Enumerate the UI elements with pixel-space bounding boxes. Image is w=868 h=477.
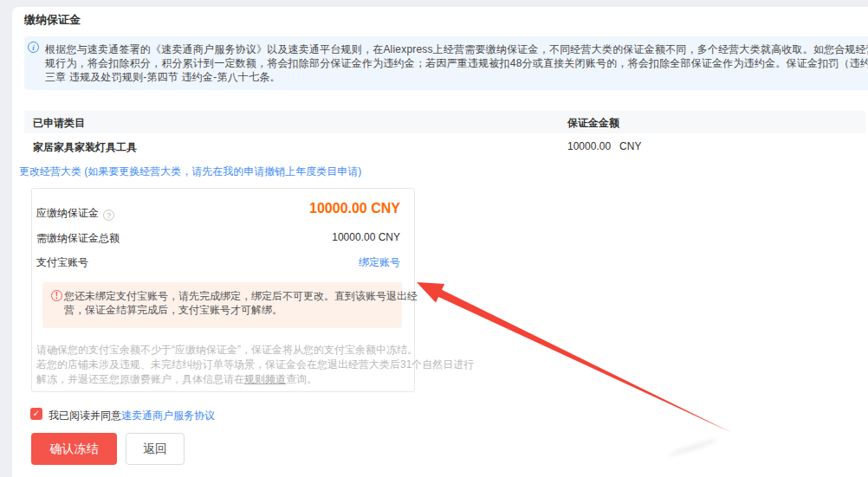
category-cell: 家居家具家装灯具工具: [33, 140, 137, 155]
total-deposit-amount: 10000.00 CNY: [332, 231, 400, 243]
agreement-text: 我已阅读并同意: [49, 409, 121, 423]
deposit-panel: 应缴纳保证金? 10000.00 CNY 需缴纳保证金总额 10000.00 C…: [31, 188, 415, 392]
notice-line: 根据您与速卖通签署的《速卖通商户服务协议》以及速卖通平台规则，在Aliexpre…: [45, 42, 868, 57]
warning-text: 您还未绑定支付宝账号，请先完成绑定，绑定后不可更改。直到该账号退出经: [64, 289, 418, 304]
confirm-freeze-button[interactable]: 确认冻结: [31, 433, 117, 465]
payable-deposit-label: 应缴纳保证金?: [36, 206, 114, 221]
notice-line: 规行为，将会扣除积分，积分累计到一定数额，将会扣除部分保证金作为违约金；若因严重…: [45, 56, 868, 71]
warning-text: 营，保证金结算完成后，支付宝账号才可解绑。: [64, 303, 282, 318]
deposit-note: 请确保您的支付宝余额不少于“应缴纳保证金”，保证金将从您的支付宝余额中冻结。: [36, 343, 418, 358]
page: 缴纳保证金 i 根据您与速卖通签署的《速卖通商户服务协议》以及速卖通平台规则，在…: [0, 0, 868, 477]
rules-channel-link[interactable]: 规则频道: [244, 373, 286, 385]
column-header-category: 已申请类目: [33, 116, 85, 131]
deposit-note: 若您的店铺未涉及违规、未完结纠纷订单等场景，保证金会在您退出经营大类后31个自然…: [36, 358, 474, 372]
amount-value: 10000.00: [567, 140, 611, 152]
amount-cell: 10000.00CNY: [567, 140, 641, 152]
change-category-link[interactable]: 更改经营大类 (如果要更换经营大类，请先在我的申请撤销上年度类目申请): [19, 164, 361, 179]
payable-deposit-amount: 10000.00 CNY: [309, 201, 400, 216]
bind-account-link[interactable]: 绑定账号: [359, 255, 400, 270]
table-header-row: 已申请类目 保证金金额: [24, 111, 865, 133]
info-icon: i: [28, 42, 39, 53]
alipay-account-label: 支付宝账号: [36, 255, 88, 270]
table-row: 家居家具家装灯具工具 10000.00CNY: [24, 133, 865, 158]
column-header-amount: 保证金金额: [567, 116, 619, 131]
back-button[interactable]: 返回: [126, 433, 185, 465]
agreement-checkbox[interactable]: ✓: [30, 408, 42, 420]
currency-label: CNY: [619, 140, 641, 152]
merchant-agreement-link[interactable]: 速卖通商户服务协议: [121, 409, 215, 423]
warning-icon: !: [51, 290, 62, 301]
deposit-note: 解冻，并退还至您原缴费账户，具体信息请在规则频道查询。: [36, 372, 317, 387]
page-title: 缴纳保证金: [24, 12, 81, 28]
alipay-bind-warning: ! 您还未绑定支付宝账号，请先完成绑定，绑定后不可更改。直到该账号退出经 营，保…: [42, 282, 402, 328]
total-deposit-label: 需缴纳保证金总额: [36, 231, 120, 246]
notice-line: 三章 违规及处罚规则-第四节 违约金-第八十七条。: [45, 70, 281, 85]
help-icon[interactable]: ?: [103, 209, 114, 221]
